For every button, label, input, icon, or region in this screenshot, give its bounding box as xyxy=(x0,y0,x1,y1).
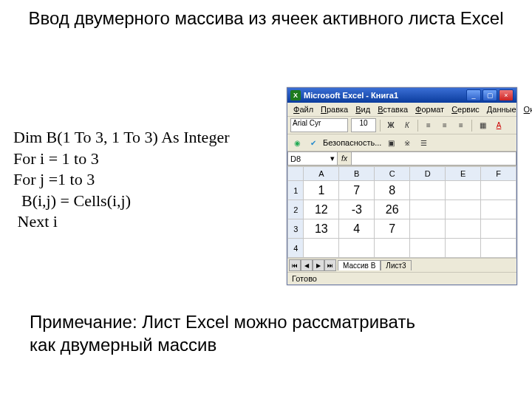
sheet-tab[interactable]: Лист3 xyxy=(381,260,411,270)
font-name-select[interactable]: Arial Cyr xyxy=(290,118,348,132)
menu-окно[interactable]: Окно xyxy=(521,104,532,115)
cell-C1[interactable]: 8 xyxy=(375,181,410,200)
spreadsheet-grid[interactable]: ABCDEF1178212-326313474 xyxy=(287,166,516,258)
cell-B1[interactable]: 7 xyxy=(339,181,375,200)
window-titlebar: X Microsoft Excel - Книга1 _ ▢ × xyxy=(287,88,516,103)
cell-E4[interactable] xyxy=(446,239,481,258)
security-label[interactable]: Безопасность... xyxy=(323,138,381,147)
cell-E2[interactable] xyxy=(446,200,481,219)
prev-sheet-icon[interactable]: ◀ xyxy=(301,259,313,271)
chevron-down-icon: ▾ xyxy=(330,154,335,163)
slide-note: Примечание: Лист Excel можно рассматрива… xyxy=(30,310,443,356)
select-all-corner[interactable] xyxy=(288,167,304,181)
security-check-icon[interactable]: ✔ xyxy=(307,136,320,149)
cell-D1[interactable] xyxy=(410,181,446,200)
align-center-icon[interactable]: ≡ xyxy=(438,119,451,132)
status-bar: Готово xyxy=(287,272,516,284)
menu-данные[interactable]: Данные xyxy=(484,104,519,115)
window-title: Microsoft Excel - Книга1 xyxy=(304,91,463,100)
security-shield-icon[interactable]: ◉ xyxy=(290,136,304,149)
col-header-A[interactable]: A xyxy=(304,167,339,181)
first-sheet-icon[interactable]: ⏮ xyxy=(289,259,301,271)
close-button[interactable]: × xyxy=(499,89,514,101)
cell-A1[interactable]: 1 xyxy=(304,181,339,200)
italic-icon[interactable]: К xyxy=(400,119,414,132)
sheet-nav-buttons[interactable]: ⏮ ◀ ▶ ⏭ xyxy=(287,259,338,271)
row-header-4[interactable]: 4 xyxy=(288,239,304,258)
minimize-button[interactable]: _ xyxy=(466,89,481,101)
security-opt1-icon[interactable]: ▣ xyxy=(384,136,398,149)
borders-icon[interactable]: ▦ xyxy=(476,119,489,132)
cell-B2[interactable]: -3 xyxy=(339,200,375,219)
cell-A4[interactable] xyxy=(304,239,339,258)
menu-вставка[interactable]: Вставка xyxy=(375,104,411,115)
next-sheet-icon[interactable]: ▶ xyxy=(313,259,324,271)
menu-вид[interactable]: Вид xyxy=(352,104,373,115)
security-opt3-icon[interactable]: ☰ xyxy=(417,136,430,149)
name-box[interactable]: D8 ▾ xyxy=(287,151,338,166)
cell-C3[interactable]: 7 xyxy=(375,219,410,239)
col-header-B[interactable]: B xyxy=(339,167,375,181)
menu-сервис[interactable]: Сервис xyxy=(449,104,482,115)
sheet-tab-active[interactable]: Массив В xyxy=(338,260,381,270)
bold-icon[interactable]: Ж xyxy=(384,119,398,132)
excel-window: X Microsoft Excel - Книга1 _ ▢ × ФайлПра… xyxy=(287,87,517,285)
font-color-icon[interactable]: A xyxy=(492,119,505,132)
row-header-3[interactable]: 3 xyxy=(288,219,304,239)
font-size-select[interactable]: 10 xyxy=(351,118,376,132)
name-box-value: D8 xyxy=(290,154,301,163)
fx-button[interactable]: fx xyxy=(338,151,352,166)
cell-D2[interactable] xyxy=(410,200,446,219)
formatting-toolbar: Arial Cyr 10 Ж К ≡ ≡ ≡ ▦ A xyxy=(287,116,516,134)
security-toolbar: ◉ ✔ Безопасность... ▣ ※ ☰ xyxy=(287,134,516,151)
cell-D3[interactable] xyxy=(410,219,446,239)
align-right-icon[interactable]: ≡ xyxy=(454,119,468,132)
cell-C2[interactable]: 26 xyxy=(375,200,410,219)
cell-A2[interactable]: 12 xyxy=(304,200,339,219)
cell-D4[interactable] xyxy=(410,239,446,258)
last-sheet-icon[interactable]: ⏭ xyxy=(324,259,336,271)
cell-F3[interactable] xyxy=(481,219,516,239)
menu-правка[interactable]: Правка xyxy=(318,104,351,115)
align-left-icon[interactable]: ≡ xyxy=(422,119,435,132)
col-header-D[interactable]: D xyxy=(410,167,446,181)
col-header-C[interactable]: C xyxy=(375,167,410,181)
slide-title: Ввод двумерного массива из ячеек активно… xyxy=(0,0,532,30)
cell-F2[interactable] xyxy=(481,200,516,219)
cell-F1[interactable] xyxy=(481,181,516,200)
cell-E1[interactable] xyxy=(446,181,481,200)
vba-code-block: Dim B(1 To 3, 1 To 3) As Integer For i =… xyxy=(13,127,229,233)
menu-формат[interactable]: Формат xyxy=(412,104,447,115)
col-header-E[interactable]: E xyxy=(446,167,481,181)
formula-input[interactable] xyxy=(352,151,516,166)
menu-bar: ФайлПравкаВидВставкаФорматСервисДанныеОк… xyxy=(287,103,516,116)
sheet-tab-bar: ⏮ ◀ ▶ ⏭ Массив В Лист3 xyxy=(287,258,516,272)
cell-E3[interactable] xyxy=(446,219,481,239)
cell-B4[interactable] xyxy=(339,239,375,258)
row-header-1[interactable]: 1 xyxy=(288,181,304,200)
cell-B3[interactable]: 4 xyxy=(339,219,375,239)
cell-C4[interactable] xyxy=(375,239,410,258)
row-header-2[interactable]: 2 xyxy=(288,200,304,219)
excel-app-icon: X xyxy=(290,90,301,100)
security-opt2-icon[interactable]: ※ xyxy=(400,136,414,149)
cell-F4[interactable] xyxy=(481,239,516,258)
cell-A3[interactable]: 13 xyxy=(304,219,339,239)
menu-файл[interactable]: Файл xyxy=(290,104,316,115)
maximize-button[interactable]: ▢ xyxy=(482,89,497,101)
col-header-F[interactable]: F xyxy=(481,167,516,181)
formula-bar: D8 ▾ fx xyxy=(287,151,516,166)
